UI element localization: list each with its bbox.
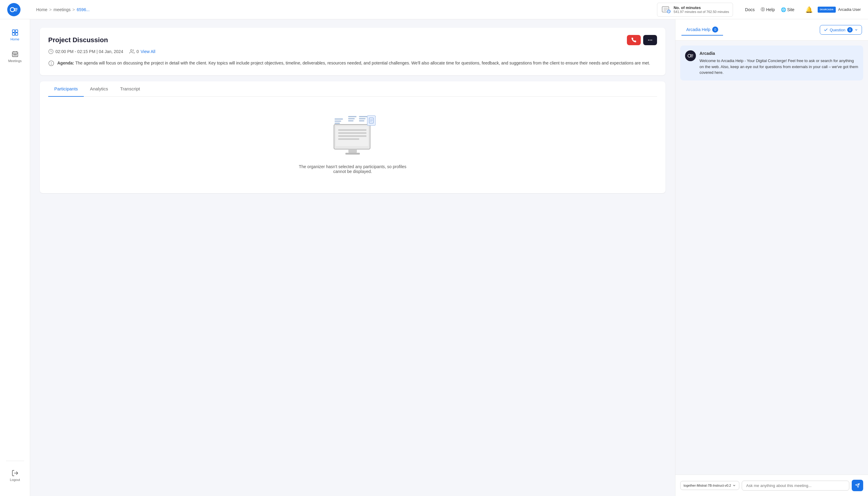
chevron-down-icon [854, 28, 858, 32]
agenda-icon [48, 60, 54, 68]
panel-footer: together-Mistral-7B-Instruct-v0.2 [676, 475, 868, 496]
user-info[interactable]: OKARCADIA Arcadia User [818, 6, 861, 13]
sidebar-item-home[interactable]: Home [3, 25, 27, 45]
send-icon [855, 483, 860, 488]
site-link[interactable]: 🌐 Site [781, 7, 794, 12]
end-call-button[interactable] [627, 35, 641, 45]
meeting-title: Project Discussion [48, 36, 108, 44]
home-icon [12, 29, 19, 36]
monitor-svg [331, 122, 374, 158]
svg-rect-26 [345, 153, 360, 155]
panel-tab-arcadia-help[interactable]: Arcadia Help 0 [681, 24, 723, 35]
sidebar: Home Meetings Logout [0, 19, 30, 496]
question-dropdown[interactable]: Question 0 [820, 25, 862, 35]
participants-count: 0 [137, 49, 139, 54]
phone-icon [631, 37, 637, 43]
help-icon: ⓪ [761, 7, 765, 12]
breadcrumb-meetings[interactable]: meetings [53, 7, 71, 12]
minutes-icon [661, 5, 671, 14]
arcadia-msg-text: Welcome to Arcadia Help - Your Digital C… [699, 58, 858, 76]
tabs-header: Participants Analytics Transcript [48, 81, 657, 97]
help-link[interactable]: ⓪ Help [761, 7, 775, 12]
minutes-text: No. of minutes 541.97 minutes out of 762… [673, 5, 729, 14]
view-all-link[interactable]: View All [140, 49, 155, 54]
line-bar [335, 121, 341, 122]
meeting-datetime: 02:00 PM - 02:15 PM | 04 Jan, 2024 [56, 49, 123, 54]
more-options-button[interactable] [643, 35, 657, 45]
svg-point-9 [14, 55, 15, 55]
document-icon [369, 118, 374, 124]
notification-button[interactable]: 🔔 [805, 6, 813, 13]
breadcrumb-sep2: > [72, 7, 75, 12]
top-header: Home > meetings > 6596... No. of minutes… [0, 0, 868, 19]
empty-state-text: The organizer hasn't selected any partic… [292, 164, 413, 174]
doc-float-icon [367, 115, 375, 126]
chevron-down-small-icon [732, 484, 736, 487]
svg-point-16 [130, 49, 132, 51]
meeting-header: Project Discussion [40, 28, 665, 75]
minutes-label: No. of minutes [673, 5, 729, 10]
meetings-icon [12, 51, 19, 58]
logout-icon [12, 469, 19, 477]
logo-area [7, 3, 31, 16]
svg-rect-4 [15, 30, 18, 32]
content-area: Project Discussion [30, 19, 675, 496]
svg-point-14 [648, 40, 649, 41]
breadcrumb-current[interactable]: 6596... [77, 7, 90, 12]
arcadia-avatar [685, 50, 696, 61]
send-button[interactable] [852, 480, 863, 491]
sidebar-bottom: Logout [3, 466, 27, 490]
breadcrumb-home[interactable]: Home [36, 7, 47, 12]
panel-tabs: Arcadia Help 0 [681, 24, 723, 35]
breadcrumb: Home > meetings > 6596... [36, 7, 652, 12]
header-right: 🔔 OKARCADIA Arcadia User [805, 6, 861, 13]
empty-illustration [328, 116, 377, 158]
line-bar [348, 118, 355, 119]
sidebar-item-meetings[interactable]: Meetings [3, 47, 27, 66]
action-buttons [627, 35, 657, 45]
model-name: together-Mistral-7B-Instruct-v0.2 [684, 484, 731, 487]
meta-datetime: 02:00 PM - 02:15 PM | 04 Jan, 2024 [48, 49, 123, 54]
svg-rect-5 [12, 33, 15, 35]
line-bar [359, 116, 367, 117]
svg-rect-22 [338, 132, 367, 134]
chat-input[interactable] [742, 481, 849, 491]
svg-point-10 [16, 55, 16, 55]
meta-participants: 0 View All [129, 49, 156, 54]
panel-body: Arcadia Welcome to Arcadia Help - Your D… [676, 41, 868, 475]
agenda-section: Agenda: The agenda will focus on discuss… [48, 60, 657, 68]
agenda-content: The agenda will focus on discussing the … [75, 61, 650, 65]
arcadia-sender-name: Arcadia [699, 50, 858, 57]
svg-rect-21 [338, 129, 367, 131]
svg-point-12 [650, 40, 650, 41]
arcadia-help-label: Arcadia Help [686, 27, 710, 32]
svg-point-8 [13, 55, 14, 55]
options-icon [647, 37, 653, 43]
right-panel: Arcadia Help 0 Question 0 [675, 19, 868, 496]
svg-point-13 [652, 40, 652, 41]
model-selector[interactable]: together-Mistral-7B-Instruct-v0.2 [680, 481, 739, 490]
empty-state: The organizer hasn't selected any partic… [48, 104, 657, 186]
logout-label: Logout [10, 478, 20, 482]
tab-transcript[interactable]: Transcript [114, 81, 146, 97]
svg-rect-3 [12, 30, 15, 32]
line-bar [359, 120, 365, 121]
main-layout: Home Meetings Logout [0, 19, 868, 496]
app-logo[interactable] [7, 3, 20, 16]
checkmark-icon [824, 28, 828, 32]
sidebar-item-logout[interactable]: Logout [3, 466, 27, 485]
globe-icon: 🌐 [781, 7, 786, 12]
arcadia-help-badge: 0 [712, 27, 718, 33]
meeting-title-row: Project Discussion [48, 35, 657, 45]
tab-participants[interactable]: Participants [48, 81, 84, 97]
svg-rect-6 [15, 33, 18, 35]
line-bar [335, 119, 343, 120]
header-nav: Docs ⓪ Help 🌐 Site [745, 7, 794, 12]
clock-icon [48, 49, 53, 54]
question-label: Question [830, 28, 846, 32]
sidebar-home-label: Home [11, 37, 19, 41]
minutes-widget: No. of minutes 541.97 minutes out of 762… [657, 3, 733, 17]
docs-link[interactable]: Docs [745, 7, 755, 12]
minutes-value: 541.97 minutes out of 762.50 minutes [673, 10, 729, 14]
tab-analytics[interactable]: Analytics [84, 81, 114, 97]
